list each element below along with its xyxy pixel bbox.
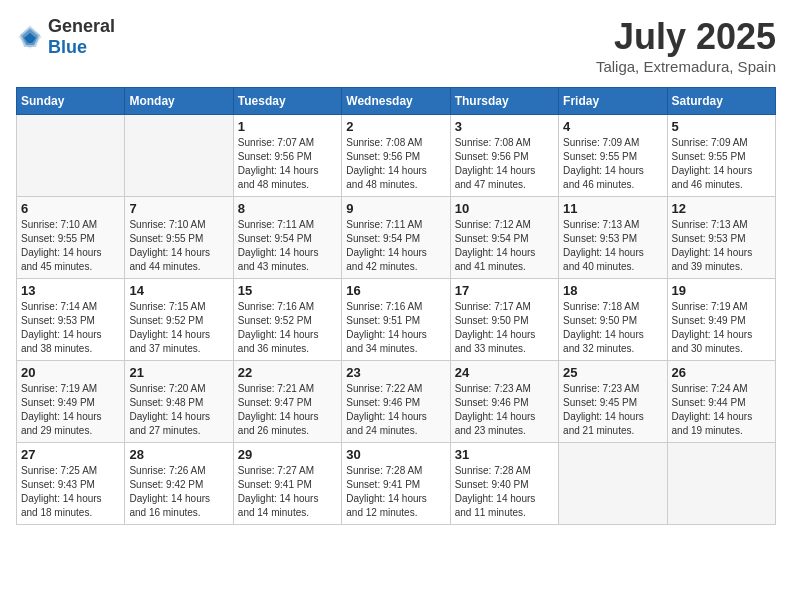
day-detail: Sunrise: 7:17 AMSunset: 9:50 PMDaylight:… xyxy=(455,300,554,356)
header-sunday: Sunday xyxy=(17,88,125,115)
day-number: 16 xyxy=(346,283,445,298)
header-monday: Monday xyxy=(125,88,233,115)
day-detail: Sunrise: 7:11 AMSunset: 9:54 PMDaylight:… xyxy=(346,218,445,274)
day-detail: Sunrise: 7:07 AMSunset: 9:56 PMDaylight:… xyxy=(238,136,337,192)
day-number: 11 xyxy=(563,201,662,216)
day-number: 30 xyxy=(346,447,445,462)
day-number: 13 xyxy=(21,283,120,298)
day-detail: Sunrise: 7:23 AMSunset: 9:46 PMDaylight:… xyxy=(455,382,554,438)
day-number: 12 xyxy=(672,201,771,216)
header-row: Sunday Monday Tuesday Wednesday Thursday… xyxy=(17,88,776,115)
calendar-cell: 20Sunrise: 7:19 AMSunset: 9:49 PMDayligh… xyxy=(17,361,125,443)
calendar-cell: 24Sunrise: 7:23 AMSunset: 9:46 PMDayligh… xyxy=(450,361,558,443)
calendar-cell: 13Sunrise: 7:14 AMSunset: 9:53 PMDayligh… xyxy=(17,279,125,361)
calendar-week-2: 6Sunrise: 7:10 AMSunset: 9:55 PMDaylight… xyxy=(17,197,776,279)
day-detail: Sunrise: 7:26 AMSunset: 9:42 PMDaylight:… xyxy=(129,464,228,520)
calendar-week-5: 27Sunrise: 7:25 AMSunset: 9:43 PMDayligh… xyxy=(17,443,776,525)
calendar-cell: 30Sunrise: 7:28 AMSunset: 9:41 PMDayligh… xyxy=(342,443,450,525)
calendar-cell: 25Sunrise: 7:23 AMSunset: 9:45 PMDayligh… xyxy=(559,361,667,443)
day-number: 7 xyxy=(129,201,228,216)
day-number: 10 xyxy=(455,201,554,216)
day-detail: Sunrise: 7:27 AMSunset: 9:41 PMDaylight:… xyxy=(238,464,337,520)
day-number: 14 xyxy=(129,283,228,298)
day-detail: Sunrise: 7:16 AMSunset: 9:52 PMDaylight:… xyxy=(238,300,337,356)
calendar-cell: 16Sunrise: 7:16 AMSunset: 9:51 PMDayligh… xyxy=(342,279,450,361)
calendar-week-4: 20Sunrise: 7:19 AMSunset: 9:49 PMDayligh… xyxy=(17,361,776,443)
day-detail: Sunrise: 7:12 AMSunset: 9:54 PMDaylight:… xyxy=(455,218,554,274)
calendar-cell: 14Sunrise: 7:15 AMSunset: 9:52 PMDayligh… xyxy=(125,279,233,361)
logo-icon xyxy=(16,23,44,51)
day-detail: Sunrise: 7:18 AMSunset: 9:50 PMDaylight:… xyxy=(563,300,662,356)
calendar-week-1: 1Sunrise: 7:07 AMSunset: 9:56 PMDaylight… xyxy=(17,115,776,197)
calendar-cell: 26Sunrise: 7:24 AMSunset: 9:44 PMDayligh… xyxy=(667,361,775,443)
calendar-cell: 9Sunrise: 7:11 AMSunset: 9:54 PMDaylight… xyxy=(342,197,450,279)
day-detail: Sunrise: 7:13 AMSunset: 9:53 PMDaylight:… xyxy=(563,218,662,274)
calendar-cell: 11Sunrise: 7:13 AMSunset: 9:53 PMDayligh… xyxy=(559,197,667,279)
calendar-cell: 17Sunrise: 7:17 AMSunset: 9:50 PMDayligh… xyxy=(450,279,558,361)
day-number: 3 xyxy=(455,119,554,134)
day-number: 4 xyxy=(563,119,662,134)
calendar-cell: 6Sunrise: 7:10 AMSunset: 9:55 PMDaylight… xyxy=(17,197,125,279)
day-detail: Sunrise: 7:08 AMSunset: 9:56 PMDaylight:… xyxy=(455,136,554,192)
day-number: 23 xyxy=(346,365,445,380)
header-wednesday: Wednesday xyxy=(342,88,450,115)
day-number: 15 xyxy=(238,283,337,298)
calendar-cell: 3Sunrise: 7:08 AMSunset: 9:56 PMDaylight… xyxy=(450,115,558,197)
day-detail: Sunrise: 7:08 AMSunset: 9:56 PMDaylight:… xyxy=(346,136,445,192)
header-saturday: Saturday xyxy=(667,88,775,115)
calendar-cell xyxy=(559,443,667,525)
day-number: 1 xyxy=(238,119,337,134)
day-detail: Sunrise: 7:19 AMSunset: 9:49 PMDaylight:… xyxy=(21,382,120,438)
calendar-header: Sunday Monday Tuesday Wednesday Thursday… xyxy=(17,88,776,115)
calendar-cell: 10Sunrise: 7:12 AMSunset: 9:54 PMDayligh… xyxy=(450,197,558,279)
header-thursday: Thursday xyxy=(450,88,558,115)
day-number: 27 xyxy=(21,447,120,462)
day-number: 28 xyxy=(129,447,228,462)
day-detail: Sunrise: 7:28 AMSunset: 9:41 PMDaylight:… xyxy=(346,464,445,520)
day-number: 22 xyxy=(238,365,337,380)
page-location: Taliga, Extremadura, Spain xyxy=(596,58,776,75)
day-detail: Sunrise: 7:24 AMSunset: 9:44 PMDaylight:… xyxy=(672,382,771,438)
day-number: 6 xyxy=(21,201,120,216)
day-detail: Sunrise: 7:14 AMSunset: 9:53 PMDaylight:… xyxy=(21,300,120,356)
calendar-cell xyxy=(17,115,125,197)
calendar-cell: 4Sunrise: 7:09 AMSunset: 9:55 PMDaylight… xyxy=(559,115,667,197)
day-number: 29 xyxy=(238,447,337,462)
header-friday: Friday xyxy=(559,88,667,115)
day-detail: Sunrise: 7:16 AMSunset: 9:51 PMDaylight:… xyxy=(346,300,445,356)
day-detail: Sunrise: 7:20 AMSunset: 9:48 PMDaylight:… xyxy=(129,382,228,438)
day-detail: Sunrise: 7:10 AMSunset: 9:55 PMDaylight:… xyxy=(129,218,228,274)
day-detail: Sunrise: 7:25 AMSunset: 9:43 PMDaylight:… xyxy=(21,464,120,520)
calendar-cell: 15Sunrise: 7:16 AMSunset: 9:52 PMDayligh… xyxy=(233,279,341,361)
page-header: General Blue July 2025 Taliga, Extremadu… xyxy=(16,16,776,75)
day-number: 5 xyxy=(672,119,771,134)
day-detail: Sunrise: 7:15 AMSunset: 9:52 PMDaylight:… xyxy=(129,300,228,356)
calendar-cell: 27Sunrise: 7:25 AMSunset: 9:43 PMDayligh… xyxy=(17,443,125,525)
day-detail: Sunrise: 7:22 AMSunset: 9:46 PMDaylight:… xyxy=(346,382,445,438)
calendar-week-3: 13Sunrise: 7:14 AMSunset: 9:53 PMDayligh… xyxy=(17,279,776,361)
calendar-cell: 23Sunrise: 7:22 AMSunset: 9:46 PMDayligh… xyxy=(342,361,450,443)
calendar-cell: 22Sunrise: 7:21 AMSunset: 9:47 PMDayligh… xyxy=(233,361,341,443)
day-number: 2 xyxy=(346,119,445,134)
day-detail: Sunrise: 7:19 AMSunset: 9:49 PMDaylight:… xyxy=(672,300,771,356)
day-detail: Sunrise: 7:11 AMSunset: 9:54 PMDaylight:… xyxy=(238,218,337,274)
day-number: 19 xyxy=(672,283,771,298)
calendar-cell: 21Sunrise: 7:20 AMSunset: 9:48 PMDayligh… xyxy=(125,361,233,443)
calendar-cell: 7Sunrise: 7:10 AMSunset: 9:55 PMDaylight… xyxy=(125,197,233,279)
calendar-cell: 28Sunrise: 7:26 AMSunset: 9:42 PMDayligh… xyxy=(125,443,233,525)
day-detail: Sunrise: 7:28 AMSunset: 9:40 PMDaylight:… xyxy=(455,464,554,520)
calendar-table: Sunday Monday Tuesday Wednesday Thursday… xyxy=(16,87,776,525)
calendar-cell: 19Sunrise: 7:19 AMSunset: 9:49 PMDayligh… xyxy=(667,279,775,361)
logo-general: General xyxy=(48,16,115,36)
logo: General Blue xyxy=(16,16,115,58)
day-detail: Sunrise: 7:09 AMSunset: 9:55 PMDaylight:… xyxy=(563,136,662,192)
day-number: 17 xyxy=(455,283,554,298)
calendar-cell: 2Sunrise: 7:08 AMSunset: 9:56 PMDaylight… xyxy=(342,115,450,197)
calendar-cell: 5Sunrise: 7:09 AMSunset: 9:55 PMDaylight… xyxy=(667,115,775,197)
day-number: 18 xyxy=(563,283,662,298)
header-tuesday: Tuesday xyxy=(233,88,341,115)
calendar-cell xyxy=(667,443,775,525)
day-number: 21 xyxy=(129,365,228,380)
calendar-body: 1Sunrise: 7:07 AMSunset: 9:56 PMDaylight… xyxy=(17,115,776,525)
day-number: 8 xyxy=(238,201,337,216)
